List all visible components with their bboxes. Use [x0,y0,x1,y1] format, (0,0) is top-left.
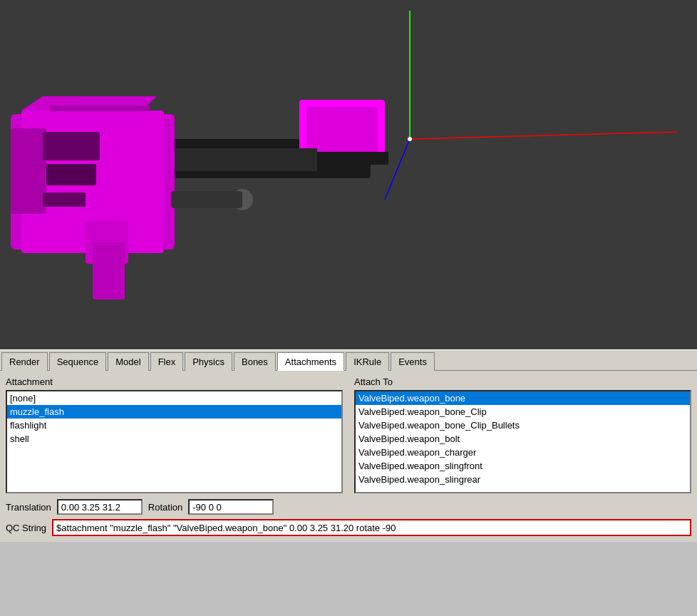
attach-to-label: Attach To [354,376,691,387]
attachment-column: Attachment [none]muzzle_flashflashlights… [6,376,343,493]
svg-point-21 [408,137,412,141]
svg-rect-7 [46,164,96,185]
fields-row: Translation Rotation [6,499,691,515]
attachment-label: Attachment [6,376,343,387]
svg-rect-17 [317,152,388,165]
attachment-item[interactable]: shell [7,432,341,446]
attach-to-item[interactable]: ValveBiped.weapon_bolt [356,432,690,446]
attach-to-item[interactable]: ValveBiped.weapon_bone_Clip [356,405,690,419]
tab-ikrule[interactable]: IKRule [346,352,389,371]
translation-input[interactable] [57,499,143,515]
tab-flex[interactable]: Flex [150,352,184,371]
attach-to-item[interactable]: ValveBiped.weapon_charger [356,446,690,459]
svg-rect-12 [175,148,317,171]
rotation-label: Rotation [148,502,182,513]
tab-bar: RenderSequenceModelFlexPhysicsBonesAttac… [0,349,697,371]
tab-sequence[interactable]: Sequence [49,352,107,371]
svg-rect-16 [93,242,125,299]
qc-string-row: QC String [6,519,691,536]
main-content: Attachment [none]muzzle_flashflashlights… [0,371,697,542]
svg-rect-6 [43,132,100,160]
attach-to-listbox[interactable]: ValveBiped.weapon_boneValveBiped.weapon_… [354,390,691,493]
svg-rect-8 [43,192,86,207]
qc-input[interactable] [52,519,691,536]
tab-physics[interactable]: Physics [185,352,232,371]
tab-attachments[interactable]: Attachments [277,352,344,371]
attach-to-item[interactable]: ValveBiped.weapon_bone [356,391,690,405]
attach-to-item[interactable]: ValveBiped.weapon_slingrear [356,473,690,486]
qc-label: QC String [6,523,46,533]
attachment-item[interactable]: flashlight [7,419,341,432]
tab-events[interactable]: Events [391,352,435,371]
attach-to-item[interactable]: ValveBiped.weapon_slingfront [356,459,690,473]
tab-bones[interactable]: Bones [234,352,276,371]
translation-label: Translation [6,502,51,513]
attachment-item[interactable]: [none] [7,391,341,405]
svg-rect-15 [50,106,150,111]
attachment-listbox[interactable]: [none]muzzle_flashflashlightshell [6,390,343,493]
tab-model[interactable]: Model [108,352,148,371]
rotation-input[interactable] [188,499,274,515]
attach-to-item[interactable]: ValveBiped.weapon_bone_Clip_Bullets [356,419,690,432]
svg-rect-14 [171,191,242,208]
attachment-item[interactable]: muzzle_flash [7,405,341,419]
tab-render[interactable]: Render [1,352,48,371]
3d-viewport[interactable] [0,0,697,349]
attach-to-column: Attach To ValveBiped.weapon_boneValveBip… [354,376,691,493]
svg-rect-5 [11,128,46,214]
